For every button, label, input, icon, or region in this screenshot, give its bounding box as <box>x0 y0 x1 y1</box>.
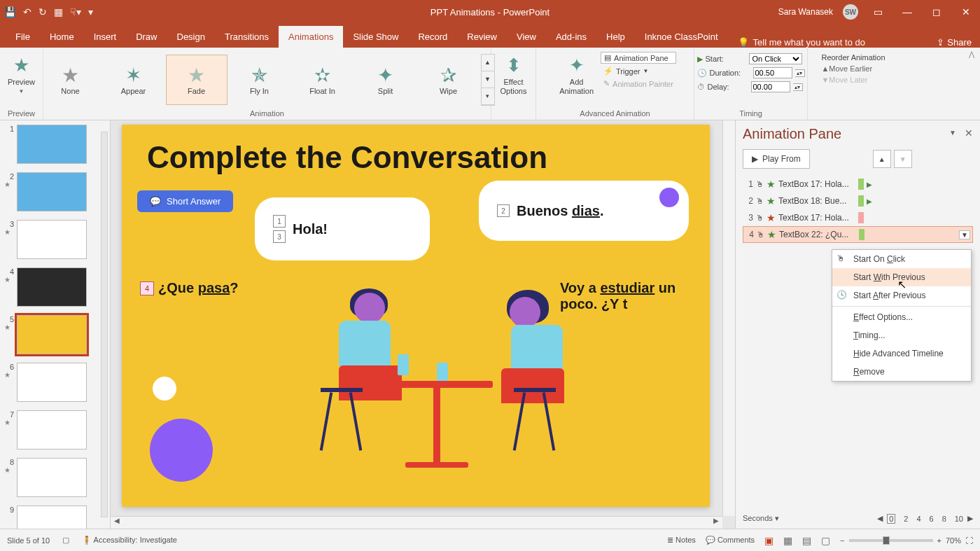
pane-close-icon[interactable]: ✕ <box>965 127 973 139</box>
move-earlier-button[interactable]: ▲Move Earlier <box>821 63 872 74</box>
ctx-hide-timeline[interactable]: Hide Advanced Timeline <box>832 344 971 363</box>
clock-icon: 🕓 <box>697 69 707 78</box>
touch-icon[interactable]: ☟▾ <box>70 6 81 18</box>
normal-view-icon[interactable]: ▣ <box>764 535 774 546</box>
thumbs-scrollbar[interactable] <box>99 120 110 529</box>
zoom-control[interactable]: − + 70% ⛶ <box>840 536 973 545</box>
undo-icon[interactable]: ↶ <box>23 6 31 18</box>
collapse-ribbon-icon[interactable]: ⋀ <box>963 48 980 120</box>
language-icon[interactable]: ▢ <box>62 536 69 545</box>
animation-item-2[interactable]: 2🖱★TextBox 18: Bue...▶ <box>743 193 973 209</box>
thumb-3[interactable]: 3★ <box>4 220 110 259</box>
move-down-button[interactable]: ▼ <box>894 150 912 168</box>
user-name[interactable]: Sara Wanasek <box>778 7 833 17</box>
animation-item-3[interactable]: 3🖱★TextBox 17: Hola... <box>743 209 973 226</box>
speech-bubble-2[interactable]: 2 Buenos dias. <box>479 181 689 241</box>
thumb-2[interactable]: 2★ <box>4 172 110 211</box>
duration-input[interactable] <box>753 67 792 78</box>
tab-review[interactable]: Review <box>457 26 507 48</box>
ctx-start-on-click[interactable]: 🖱Start On Click <box>832 250 971 268</box>
maximize-icon[interactable]: ◻ <box>927 6 946 18</box>
bulb-icon: 💡 <box>738 37 749 48</box>
canvas-scrollbar-v[interactable] <box>722 120 735 516</box>
share-button[interactable]: ⇪Share <box>937 37 972 48</box>
effect-flyin[interactable]: ✯Fly In <box>229 55 290 105</box>
reading-view-icon[interactable]: ▤ <box>802 535 811 546</box>
tab-draw[interactable]: Draw <box>126 26 167 48</box>
tab-slideshow[interactable]: Slide Show <box>343 26 408 48</box>
slide-counter[interactable]: Slide 5 of 10 <box>7 536 50 545</box>
ribbon-display-icon[interactable]: ▭ <box>868 6 888 18</box>
save-icon[interactable]: 💾 <box>4 6 16 18</box>
ctx-effect-options[interactable]: Effect Options... <box>832 308 971 326</box>
ctx-remove[interactable]: Remove <box>832 363 971 381</box>
short-answer-badge[interactable]: 💬Short Answer <box>137 190 233 212</box>
start-select[interactable]: On Click <box>749 53 802 64</box>
text-que-pasa[interactable]: 4 ¿Que pasa? <box>140 280 238 296</box>
canvas-scrollbar-h[interactable]: ◀▶ <box>111 516 722 529</box>
animation-pane-button[interactable]: ▤Animation Pane <box>601 52 676 64</box>
fit-icon[interactable]: ⛶ <box>965 536 973 545</box>
star-icon: ✦ <box>377 64 393 87</box>
tab-view[interactable]: View <box>507 26 546 48</box>
star-icon: ★ <box>766 195 776 207</box>
slideshow-view-icon[interactable]: ▢ <box>821 535 830 546</box>
tab-record[interactable]: Record <box>408 26 457 48</box>
tab-file[interactable]: File <box>6 26 40 48</box>
group-timing: ▶Start:On Click 🕓Duration:▴▾ ⏱Delay:▴▾ T… <box>694 48 808 120</box>
tab-home[interactable]: Home <box>40 26 84 48</box>
minimize-icon[interactable]: — <box>897 6 917 18</box>
tab-help[interactable]: Help <box>596 26 635 48</box>
animation-item-1[interactable]: 1🖱★TextBox 17: Hola...▶ <box>743 176 973 193</box>
ctx-timing[interactable]: Timing... <box>832 326 971 344</box>
comments-button[interactable]: 💬 Comments <box>706 536 755 545</box>
tab-addins[interactable]: Add-ins <box>546 26 596 48</box>
notes-button[interactable]: ≣ Notes <box>667 536 696 545</box>
tab-design[interactable]: Design <box>167 26 215 48</box>
slide-canvas[interactable]: Complete the Conversation 💬Short Answer … <box>122 125 710 507</box>
text-voy-a-estudiar[interactable]: Voy a estudiar un poco. ¿Y t <box>560 280 710 312</box>
thumb-5[interactable]: 5★ <box>4 315 110 354</box>
tab-animations[interactable]: Animations <box>279 26 343 48</box>
sorter-view-icon[interactable]: ▦ <box>783 535 792 546</box>
timeline-seconds: Seconds ▾ ◀ 0246810 ▶ <box>743 514 973 523</box>
item-dropdown-icon[interactable]: ▼ <box>959 230 970 239</box>
slideshow-icon[interactable]: ▦ <box>54 6 63 18</box>
user-avatar[interactable]: SW <box>843 4 858 20</box>
effect-fade[interactable]: ★Fade <box>166 55 227 105</box>
thumb-1[interactable]: 1 <box>4 125 110 164</box>
accessibility-status[interactable]: 🧍 Accessibility: Investigate <box>82 536 177 545</box>
pane-title: Animation Pane <box>743 126 973 142</box>
effect-none[interactable]: ★None <box>40 55 102 105</box>
tab-classpoint[interactable]: Inknoe ClassPoint <box>635 26 728 48</box>
move-up-button[interactable]: ▲ <box>873 150 891 168</box>
close-icon[interactable]: ✕ <box>956 6 976 18</box>
delay-input[interactable] <box>751 81 790 92</box>
thumb-9[interactable]: 9 <box>4 505 110 529</box>
thumb-7[interactable]: 7★ <box>4 410 110 449</box>
illustration <box>325 335 549 496</box>
reorder-label: Reorder Animation <box>821 52 885 63</box>
thumb-4[interactable]: 4★ <box>4 267 110 307</box>
status-bar: Slide 5 of 10 ▢ 🧍 Accessibility: Investi… <box>0 529 980 551</box>
redo-icon[interactable]: ↻ <box>38 6 47 18</box>
thumb-8[interactable]: 8★ <box>4 458 110 497</box>
speech-bubble-1[interactable]: 13 Hola! <box>255 197 430 260</box>
qat-more-icon[interactable]: ▾ <box>88 6 93 18</box>
preview-button[interactable]: ★ Preview ▼ <box>2 52 41 98</box>
thumb-6[interactable]: 6★ <box>4 363 110 402</box>
animation-item-4[interactable]: 4🖱★TextBox 22: ¿Qu...▼ <box>743 226 973 243</box>
play-from-button[interactable]: ▶Play From <box>743 149 810 169</box>
pane-options-icon[interactable]: ▼ <box>949 129 956 137</box>
tab-insert[interactable]: Insert <box>84 26 127 48</box>
tab-transitions[interactable]: Transitions <box>215 26 279 48</box>
tell-me[interactable]: 💡Tell me what you want to do <box>738 37 865 48</box>
effect-appear[interactable]: ✶Appear <box>103 55 164 105</box>
effect-split[interactable]: ✦Split <box>355 55 416 105</box>
add-animation-button[interactable]: ✦ Add Animation <box>554 52 599 99</box>
effect-floatin[interactable]: ✫Float In <box>292 55 354 105</box>
trigger-button[interactable]: ⚡Trigger▼ <box>601 66 676 76</box>
effect-options-button[interactable]: ⬍ Effect Options <box>495 52 533 99</box>
effect-wipe[interactable]: ✰Wipe <box>418 55 479 105</box>
mouse-icon: 🖱 <box>836 253 845 263</box>
